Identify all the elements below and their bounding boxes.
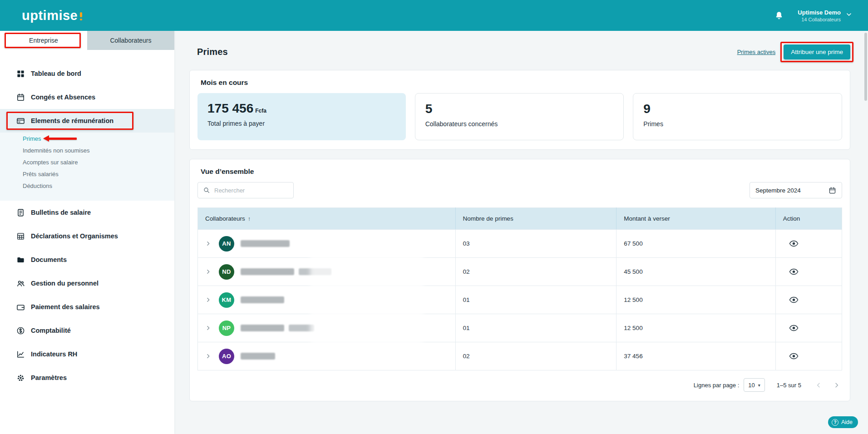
expand-row-chevron-icon[interactable] xyxy=(205,353,211,359)
sidebar-menu: Tableau de bord Congés et Absences Eleme… xyxy=(0,50,174,390)
mois-en-cours-title: Mois en cours xyxy=(201,79,842,87)
redacted-name xyxy=(241,240,290,247)
view-details-eye-icon[interactable] xyxy=(789,239,799,248)
payment-card-icon xyxy=(16,117,25,125)
avatar: KM xyxy=(219,292,234,308)
redacted-name xyxy=(289,325,314,331)
sidebar-item-elements-de-remuneration[interactable]: Elements de rémunération xyxy=(0,109,174,133)
submenu-item-prets-salaries[interactable]: Prêts salariés xyxy=(0,168,174,180)
dashboard-grid-icon xyxy=(16,69,25,78)
sidebar-item-gestion-du-personnel[interactable]: Gestion du personnel xyxy=(0,271,174,295)
search-box xyxy=(197,182,294,198)
search-input[interactable] xyxy=(214,187,288,194)
sidebar-item-indicateurs-rh[interactable]: Indicateurs RH xyxy=(0,342,174,366)
primes-actives-link[interactable]: Primes actives xyxy=(737,49,776,55)
submenu-item-primes[interactable]: Primes xyxy=(0,133,174,144)
help-button[interactable]: ? Aide xyxy=(828,416,858,428)
view-details-eye-icon[interactable] xyxy=(789,295,799,305)
vue-densemble-title: Vue d’ensemble xyxy=(201,168,842,176)
avatar: NP xyxy=(219,321,234,336)
column-header-nombre-de-primes: Nombre de primes xyxy=(455,208,616,230)
rows-per-page-select[interactable]: 10 ▾ xyxy=(744,378,765,392)
table-header-row: Collaborateurs↑ Nombre de primes Montant… xyxy=(198,208,842,230)
logo-text: uptimise xyxy=(22,8,78,23)
help-question-icon: ? xyxy=(832,419,838,426)
line-chart-icon xyxy=(16,350,25,359)
expand-row-chevron-icon[interactable] xyxy=(205,325,211,331)
calendar-icon xyxy=(16,93,25,102)
account-subtitle: 14 Collaborateurs xyxy=(798,17,841,22)
tab-collaborateurs-label: Collaborateurs xyxy=(110,37,151,44)
next-page-chevron-icon[interactable] xyxy=(833,381,840,389)
table-row: AN 03 67 500 xyxy=(198,230,842,258)
account-name: Uptimise Demo xyxy=(798,9,841,16)
redacted-name xyxy=(241,325,284,331)
view-details-eye-icon[interactable] xyxy=(789,351,799,361)
people-icon xyxy=(16,279,25,288)
annotation-arrow-primes xyxy=(43,135,77,142)
notifications-bell-icon[interactable] xyxy=(774,10,784,20)
avatar: ND xyxy=(219,264,234,280)
column-header-action: Action xyxy=(775,208,842,230)
sidebar-item-declarations-et-organismes[interactable]: Déclarations et Organismes xyxy=(0,224,174,248)
redacted-name xyxy=(241,268,294,275)
stat-total-primes-a-payer: 175 456Fcfa Total primes à payer xyxy=(197,93,406,140)
avatar: AO xyxy=(219,349,234,364)
sidebar-item-conges-et-absences[interactable]: Congés et Absences xyxy=(0,85,174,109)
folder-icon xyxy=(16,256,25,264)
sort-asc-icon: ↑ xyxy=(248,215,251,222)
expand-row-chevron-icon[interactable] xyxy=(205,297,211,303)
tab-entreprise[interactable]: Entreprise xyxy=(0,31,87,50)
sidebar: Entreprise Collaborateurs Tableau de bor… xyxy=(0,31,174,434)
wallet-icon xyxy=(16,303,25,311)
month-selector[interactable]: Septembre 2024 xyxy=(750,182,842,198)
stat-collaborateurs-concernes: 5 Collaborateurs concernés xyxy=(415,93,624,140)
sidebar-item-comptabilite[interactable]: Comptabilité xyxy=(0,319,174,342)
account-menu[interactable]: Uptimise Demo 14 Collaborateurs xyxy=(798,9,853,22)
column-header-montant-a-verser: Montant à verser xyxy=(616,208,775,230)
table-row: KM 01 12 500 xyxy=(198,286,842,314)
collaborateurs-table: Collaborateurs↑ Nombre de primes Montant… xyxy=(197,207,842,370)
table-row: ND 02 45 500 xyxy=(198,258,842,286)
sidebar-item-documents[interactable]: Documents xyxy=(0,248,174,271)
redacted-name xyxy=(299,268,331,275)
currency-unit: Fcfa xyxy=(255,108,266,114)
submenu-item-indemnites-non-soumises[interactable]: Indemnités non soumises xyxy=(0,144,174,156)
expand-row-chevron-icon[interactable] xyxy=(205,269,211,275)
expand-row-chevron-icon[interactable] xyxy=(205,241,211,247)
table-row: AO 02 37 456 xyxy=(198,342,842,370)
declarations-grid-icon xyxy=(16,232,25,241)
submenu-item-deductions[interactable]: Déductions xyxy=(0,180,174,192)
view-details-eye-icon[interactable] xyxy=(789,323,799,333)
topbar: uptimise Uptimise Demo 14 Collaborateurs xyxy=(0,0,868,31)
avatar: AN xyxy=(219,236,234,252)
view-details-eye-icon[interactable] xyxy=(789,267,799,276)
caret-down-icon: ▾ xyxy=(758,383,760,388)
dollar-circle-icon xyxy=(16,326,25,335)
page-title: Primes xyxy=(197,47,228,57)
vue-densemble-card: Vue d’ensemble Septembre 2024 Collaborat… xyxy=(189,159,850,401)
pagination-range: 1–5 sur 5 xyxy=(777,382,801,389)
sidebar-item-parametres[interactable]: Paramètres xyxy=(0,366,174,390)
sidebar-item-paiement-des-salaires[interactable]: Paiement des salaires xyxy=(0,295,174,319)
attribuer-une-prime-button[interactable]: Attribuer une prime xyxy=(784,44,850,59)
sidebar-tabs: Entreprise Collaborateurs xyxy=(0,31,174,50)
calendar-icon xyxy=(829,187,836,194)
rows-per-page-label: Lignes par page : xyxy=(694,382,739,389)
app-logo[interactable]: uptimise xyxy=(22,8,82,23)
table-row: NP 01 12 500 xyxy=(198,314,842,342)
previous-page-chevron-icon[interactable] xyxy=(815,381,823,389)
sidebar-item-tableau-de-bord[interactable]: Tableau de bord xyxy=(0,62,174,85)
stat-primes: 9 Primes xyxy=(633,93,842,140)
tab-collaborateurs[interactable]: Collaborateurs xyxy=(87,31,174,50)
tab-entreprise-label: Entreprise xyxy=(29,37,58,44)
column-header-collaborateurs[interactable]: Collaborateurs↑ xyxy=(198,208,456,230)
mois-en-cours-card: Mois en cours 175 456Fcfa Total primes à… xyxy=(189,70,850,150)
scrollbar-thumb[interactable] xyxy=(864,33,867,101)
main-content: Primes Primes actives Attribuer une prim… xyxy=(174,31,868,434)
pagination: Lignes par page : 10 ▾ 1–5 sur 5 xyxy=(197,378,842,392)
payslip-document-icon xyxy=(16,208,25,217)
search-icon xyxy=(203,187,210,194)
sidebar-item-bulletins-de-salaire[interactable]: Bulletins de salaire xyxy=(0,201,174,224)
submenu-item-acomptes-sur-salaire[interactable]: Acomptes sur salaire xyxy=(0,156,174,168)
